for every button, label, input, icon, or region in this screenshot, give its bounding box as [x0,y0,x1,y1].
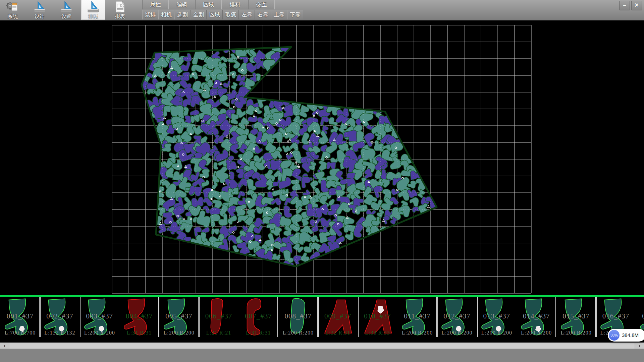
parts-strip: 001_#37L:700 R:700002_#37L:132 R:132003_… [0,297,644,338]
part-id-label: 017_#37 [636,312,644,320]
part-id-label: 012_#37 [438,312,476,320]
part-thumbnail[interactable]: 010_#37L:33 R:33 [358,297,397,337]
main-button-2[interactable]: 设计 [28,0,52,20]
ruler-icon [60,1,73,13]
horizontal-scrollbar[interactable]: ‹ › [0,343,644,349]
part-thumbnail[interactable]: 006_#37L:21 R:21 [199,297,238,337]
part-count-label: L:200 R:200 [478,330,516,336]
menu-row-bottom: 聚排相机选割全割区域瑕疵左靠右靠上靠下靠 [142,10,303,19]
tool-item-10[interactable]: 下靠 [287,10,303,19]
menu-item-1[interactable]: 属性 [142,0,169,9]
main-button-label: 系统 [8,13,18,19]
part-count-label: L:200 R:200 [557,330,595,336]
part-thumbnail[interactable]: 001_#37L:700 R:700 [1,297,40,337]
part-id-label: 008_#37 [279,312,317,320]
part-id-label: 003_#37 [80,312,119,320]
part-count-label: L:200 R:200 [80,330,119,336]
tool-item-2[interactable]: 相机 [158,10,174,19]
ruler-icon [33,1,46,13]
part-count-label: L:31 R:31 [239,330,277,336]
part-count-label: L:700 R:700 [1,330,39,336]
part-count-label: L:33 R:33 [359,330,397,336]
part-id-label: 004_#37 [120,312,158,320]
tool-item-6[interactable]: 瑕疵 [223,10,239,19]
minimize-button[interactable]: – [619,1,630,10]
part-id-label: 001_#37 [1,312,39,320]
part-id-label: 007_#37 [239,312,277,320]
menu-row-top: 属性编辑区域排料交互 [142,0,303,9]
scroll-right-arrow[interactable]: › [635,343,644,349]
part-id-label: 010_#37 [359,312,397,320]
main-toolbar-buttons: 系统 设计 设置 排版 报表 [1,0,135,20]
part-count-label: L:200 R:200 [517,330,555,336]
part-id-label: 011_#37 [398,312,436,320]
main-button-4[interactable]: 排版 [81,0,105,20]
part-count-label: L:32 R:31 [319,330,357,336]
part-count-label: L:200 R:200 [398,330,436,336]
tool-item-3[interactable]: 选割 [174,10,191,19]
menu-item-2[interactable]: 编辑 [169,0,195,9]
progress-badge: 38% [609,330,620,341]
part-count-label: L:200 R:200 [160,330,198,336]
main-button-1[interactable]: 系统 [1,0,25,20]
part-id-label: 005_#37 [160,312,198,320]
part-thumbnail[interactable]: 013_#37L:200 R:200 [477,297,516,337]
main-toolbar: 系统 设计 设置 排版 报表 属性编辑区域排料交互 聚排相机选割全割区域瑕疵左靠… [0,0,644,20]
nesting-canvas[interactable] [0,20,644,295]
part-count-label: L:200 R:200 [279,330,317,336]
scroll-left-arrow[interactable]: ‹ [0,343,9,349]
tool-item-8[interactable]: 右靠 [255,10,271,19]
menu-item-4[interactable]: 排料 [222,0,248,9]
main-button-label: 设计 [35,13,45,19]
menu-item-5[interactable]: 交互 [248,0,275,9]
part-thumbnail[interactable]: 012_#37L:200 R:200 [437,297,476,337]
progress-pill: 38% 384.8M [608,329,644,342]
part-count-label: L:132 R:132 [41,330,79,336]
part-thumbnail[interactable]: 008_#37L:200 R:200 [279,297,318,337]
tool-item-9[interactable]: 上靠 [271,10,287,19]
menu-item-3[interactable]: 区域 [195,0,222,9]
part-id-label: 002_#37 [41,312,79,320]
part-thumbnail[interactable]: 009_#37L:32 R:31 [318,297,357,337]
tool-item-1[interactable]: 聚排 [142,10,158,19]
nested-pieces [136,40,439,269]
part-count-label: L:200 R:200 [438,330,476,336]
main-button-3[interactable]: 设置 [54,0,78,20]
tool-item-7[interactable]: 左靠 [239,10,255,19]
status-bar [0,349,644,362]
part-thumbnail[interactable]: 005_#37L:200 R:200 [160,297,199,337]
tool-item-4[interactable]: 全割 [191,10,207,19]
strip-divider-line [0,295,644,297]
part-thumbnail[interactable]: 004_#37L:31 R:31 [120,297,159,337]
part-thumbnail[interactable]: 003_#37L:200 R:200 [80,297,119,337]
part-thumbnail[interactable]: 015_#37L:200 R:200 [557,297,596,337]
close-button[interactable]: ✕ [631,1,642,10]
part-id-label: 009_#37 [319,312,357,320]
ruler-icon [87,1,100,13]
main-button-label: 报表 [115,13,125,19]
tool-item-5[interactable]: 区域 [207,10,223,19]
part-id-label: 013_#37 [478,312,516,320]
window-controls: – ✕ [619,1,642,10]
part-thumbnail[interactable]: 002_#37L:132 R:132 [40,297,79,337]
part-count-label: L:21 R:21 [200,330,238,336]
part-count-label: L:31 R:31 [120,330,158,336]
part-thumbnail[interactable]: 007_#37L:31 R:31 [239,297,278,337]
nesting-canvas-svg [0,20,644,295]
memory-usage-label: 384.8M [622,329,639,342]
part-thumbnail[interactable]: 014_#37L:200 R:200 [517,297,556,337]
main-button-label: 排版 [88,13,98,19]
part-id-label: 014_#37 [517,312,555,320]
report-icon [113,1,127,13]
gear-doc-icon [6,1,19,13]
main-button-label: 设置 [61,13,71,19]
menu-rows: 属性编辑区域排料交互 聚排相机选割全割区域瑕疵左靠右靠上靠下靠 [142,0,303,19]
part-id-label: 015_#37 [557,312,595,320]
part-id-label: 016_#37 [597,312,635,320]
main-button-5[interactable]: 报表 [108,0,132,20]
part-id-label: 006_#37 [200,312,238,320]
part-thumbnail[interactable]: 011_#37L:200 R:200 [398,297,437,337]
